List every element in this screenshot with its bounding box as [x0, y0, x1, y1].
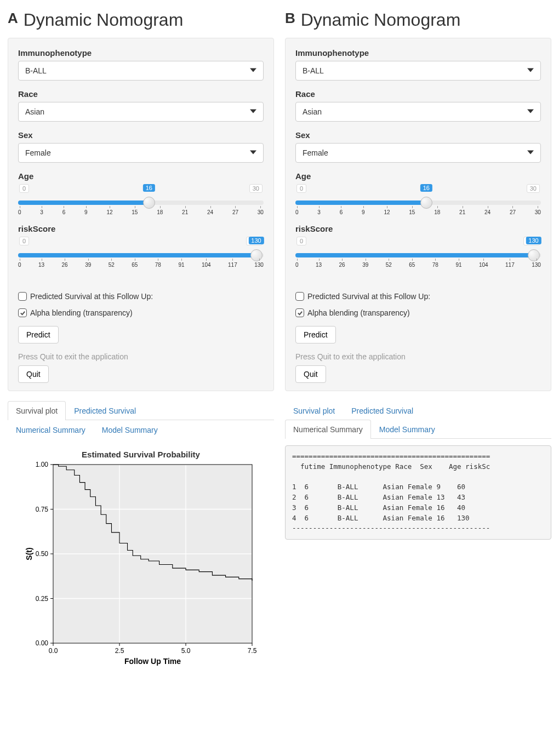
svg-text:0.75: 0.75 [36, 506, 49, 513]
numerical-summary-output: ========================================… [285, 445, 551, 540]
immunophenotype-select-b[interactable]: B-ALL [295, 61, 541, 81]
svg-text:S(t): S(t) [25, 547, 33, 560]
age-ticks: 036912151821242730 [18, 209, 264, 215]
controls-well-b: Immunophenotype B-ALL Race Asian Sex Fem… [285, 38, 551, 391]
panel-b-label: B [285, 10, 295, 27]
riskscore-label: riskScore [18, 224, 264, 233]
immunophenotype-label: Immunophenotype [18, 48, 264, 58]
svg-text:5.0: 5.0 [181, 647, 191, 655]
page-title-a: Dynamic Nomogram [24, 10, 184, 30]
race-label-b: Race [295, 89, 541, 99]
survival-chart: Estimated Survival Probability 0.02.55.0… [8, 444, 274, 672]
age-value-badge: 16 [143, 184, 155, 192]
panel-a-label: A [8, 10, 18, 27]
tab-numerical-summary[interactable]: Numerical Summary [8, 420, 94, 439]
predicted-survival-checkbox-label: Predicted Survival at this Follow Up: [30, 292, 153, 301]
age-ticks-b: 036912151821242730 [295, 209, 541, 215]
tab-predicted-survival[interactable]: Predicted Survival [66, 401, 144, 420]
svg-text:0.25: 0.25 [36, 595, 49, 603]
sex-label: Sex [18, 130, 264, 140]
sex-value: Female [25, 148, 51, 157]
riskscore-slider-b[interactable]: 130 [295, 247, 541, 261]
controls-well-a: Immunophenotype B-ALL Race Asian Sex Fem… [8, 38, 274, 391]
age-slider-handle[interactable] [143, 197, 155, 209]
age-slider-handle-b[interactable] [420, 197, 432, 209]
predict-button[interactable]: Predict [18, 326, 59, 343]
alpha-blending-checkbox-label: Alpha blending (transparency) [30, 308, 133, 317]
tab-predicted-survival-b[interactable]: Predicted Survival [343, 401, 421, 420]
race-value: Asian [25, 107, 44, 116]
tab-model-summary[interactable]: Model Summary [94, 420, 166, 439]
immunophenotype-select[interactable]: B-ALL [18, 61, 264, 81]
svg-text:0.0: 0.0 [49, 647, 58, 655]
race-select[interactable]: Asian [18, 102, 264, 122]
svg-text:1.00: 1.00 [36, 461, 49, 468]
panel-a: A Dynamic Nomogram Immunophenotype B-ALL… [8, 10, 274, 672]
svg-text:0.50: 0.50 [36, 550, 49, 558]
chevron-down-icon [527, 148, 534, 157]
age-min: 0 [19, 184, 29, 193]
svg-text:7.5: 7.5 [248, 647, 257, 655]
immunophenotype-label-b: Immunophenotype [295, 48, 541, 58]
age-label-b: Age [295, 171, 541, 181]
chevron-down-icon [250, 107, 256, 116]
sex-select[interactable]: Female [18, 143, 264, 163]
riskscore-slider[interactable]: 130 [18, 247, 264, 261]
chevron-down-icon [250, 66, 256, 75]
chevron-down-icon [527, 107, 534, 116]
riskscore-ticks: 013263952657891104117130 [18, 262, 264, 268]
panel-b: B Dynamic Nomogram Immunophenotype B-ALL… [285, 10, 551, 672]
age-max: 30 [249, 184, 263, 193]
tab-model-summary-b[interactable]: Model Summary [371, 420, 443, 439]
tabs-b-row2: Numerical Summary Model Summary [285, 420, 551, 439]
tab-numerical-summary-b[interactable]: Numerical Summary [285, 420, 371, 439]
age-slider-b[interactable]: 16 [295, 194, 541, 208]
svg-text:Follow Up Time: Follow Up Time [124, 657, 181, 666]
chart-title: Estimated Survival Probability [10, 450, 272, 459]
predict-button-b[interactable]: Predict [295, 326, 336, 343]
sex-select-b[interactable]: Female [295, 143, 541, 163]
survival-chart-svg: 0.02.55.07.50.000.250.500.751.00Follow U… [23, 461, 259, 669]
svg-text:0.00: 0.00 [36, 639, 49, 647]
riskscore-label-b: riskScore [295, 224, 541, 233]
alpha-blending-checkbox[interactable] [18, 308, 27, 317]
chevron-down-icon [527, 66, 534, 75]
tab-survival-plot[interactable]: Survival plot [8, 401, 66, 420]
race-select-b[interactable]: Asian [295, 102, 541, 122]
predicted-survival-checkbox[interactable] [18, 292, 27, 301]
quit-help-text-b: Press Quit to exit the application [295, 352, 541, 361]
quit-button-b[interactable]: Quit [295, 365, 326, 383]
chevron-down-icon [250, 148, 256, 157]
alpha-blending-checkbox-b[interactable] [295, 308, 304, 317]
page-title-b: Dynamic Nomogram [301, 10, 461, 30]
quit-help-text: Press Quit to exit the application [18, 352, 264, 361]
age-slider[interactable]: 16 [18, 194, 264, 208]
sex-label-b: Sex [295, 130, 541, 140]
age-label: Age [18, 171, 264, 181]
riskscore-slider-handle-b[interactable] [528, 249, 540, 261]
quit-button[interactable]: Quit [18, 365, 49, 383]
predicted-survival-checkbox-b[interactable] [295, 292, 304, 301]
tabs-a: Survival plot Predicted Survival [8, 401, 274, 420]
svg-text:2.5: 2.5 [115, 647, 124, 655]
immunophenotype-value: B-ALL [25, 66, 47, 75]
race-label: Race [18, 89, 264, 99]
riskscore-slider-handle[interactable] [250, 249, 263, 261]
riskscore-min: 0 [19, 237, 29, 245]
riskscore-value-badge: 130 [248, 237, 264, 244]
tab-survival-plot-b[interactable]: Survival plot [285, 401, 343, 420]
riskscore-ticks-b: 013263952657891104117130 [295, 262, 541, 268]
